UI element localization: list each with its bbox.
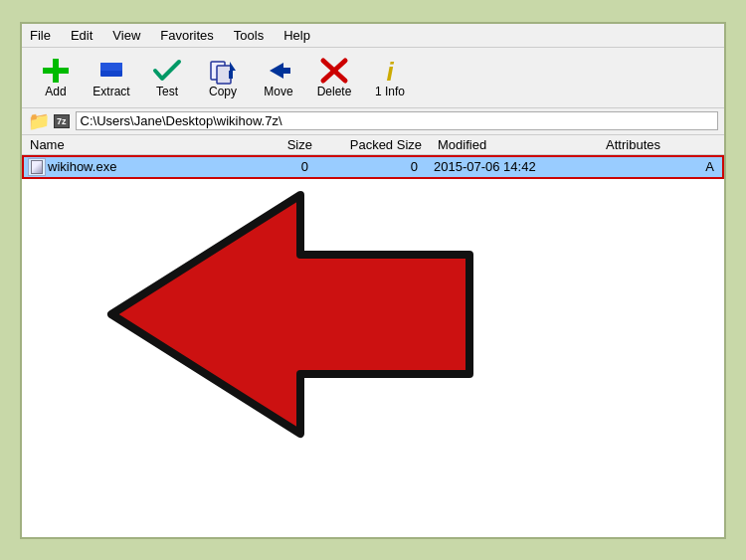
menubar: File Edit View Favorites Tools Help bbox=[22, 24, 724, 48]
file-icon bbox=[28, 158, 46, 176]
file-size: 0 bbox=[217, 159, 316, 174]
address-input[interactable] bbox=[76, 111, 718, 130]
extract-icon bbox=[95, 57, 127, 85]
file-name: wikihow.exe bbox=[48, 159, 116, 174]
col-attr-header: Attributes bbox=[589, 137, 668, 152]
addressbar: 📁 7z bbox=[22, 108, 724, 135]
main-window: File Edit View Favorites Tools Help Add bbox=[20, 22, 726, 539]
svg-marker-8 bbox=[270, 63, 290, 79]
menu-tools[interactable]: Tools bbox=[230, 26, 268, 45]
add-label: Add bbox=[45, 85, 66, 98]
column-header-row: Name Size Packed Size Modified Attribute… bbox=[22, 135, 724, 155]
test-icon bbox=[151, 57, 183, 85]
annotation-arrow bbox=[101, 175, 479, 454]
move-label: Move bbox=[264, 85, 292, 98]
menu-help[interactable]: Help bbox=[280, 26, 314, 45]
col-packed-header: Packed Size bbox=[320, 137, 430, 152]
delete-label: Delete bbox=[317, 85, 352, 98]
menu-favorites[interactable]: Favorites bbox=[156, 26, 217, 45]
extract-label: Extract bbox=[93, 85, 129, 98]
file-packed: 0 bbox=[316, 159, 426, 174]
add-icon bbox=[40, 57, 72, 85]
test-label: Test bbox=[156, 85, 178, 98]
col-size-header: Size bbox=[221, 137, 320, 152]
copy-icon bbox=[207, 57, 239, 85]
svg-rect-7 bbox=[229, 71, 233, 79]
col-name-header: Name bbox=[22, 137, 221, 152]
file-modified: 2015-07-06 14:42 bbox=[426, 159, 585, 174]
copy-label: Copy bbox=[209, 85, 237, 98]
test-button[interactable]: Test bbox=[141, 52, 193, 103]
menu-edit[interactable]: Edit bbox=[67, 26, 96, 45]
delete-icon bbox=[318, 57, 350, 85]
info-label: 1 Info bbox=[375, 85, 405, 98]
svg-marker-6 bbox=[230, 62, 236, 71]
info-icon: i bbox=[374, 57, 406, 85]
svg-rect-1 bbox=[43, 68, 69, 74]
file-list: Name Size Packed Size Modified Attribute… bbox=[22, 135, 724, 537]
info-button[interactable]: i 1 Info bbox=[364, 52, 416, 103]
drive-icon: 📁 bbox=[28, 110, 50, 132]
toolbar: Add Extract Test bbox=[22, 48, 724, 108]
copy-button[interactable]: Copy bbox=[197, 52, 249, 103]
move-button[interactable]: Move bbox=[253, 52, 304, 103]
svg-rect-5 bbox=[217, 66, 231, 84]
move-icon bbox=[263, 57, 294, 85]
svg-marker-12 bbox=[111, 195, 469, 434]
7z-badge: 7z bbox=[54, 114, 70, 128]
menu-view[interactable]: View bbox=[108, 26, 144, 45]
col-modified-header: Modified bbox=[430, 137, 589, 152]
file-attr: A bbox=[585, 159, 722, 174]
add-button[interactable]: Add bbox=[30, 52, 82, 103]
svg-rect-3 bbox=[100, 63, 122, 71]
delete-button[interactable]: Delete bbox=[308, 52, 360, 103]
extract-button[interactable]: Extract bbox=[86, 52, 137, 103]
svg-text:i: i bbox=[386, 57, 394, 85]
file-name-cell: wikihow.exe bbox=[24, 158, 217, 176]
menu-file[interactable]: File bbox=[26, 26, 55, 45]
table-row[interactable]: wikihow.exe 0 0 2015-07-06 14:42 A bbox=[22, 155, 724, 179]
